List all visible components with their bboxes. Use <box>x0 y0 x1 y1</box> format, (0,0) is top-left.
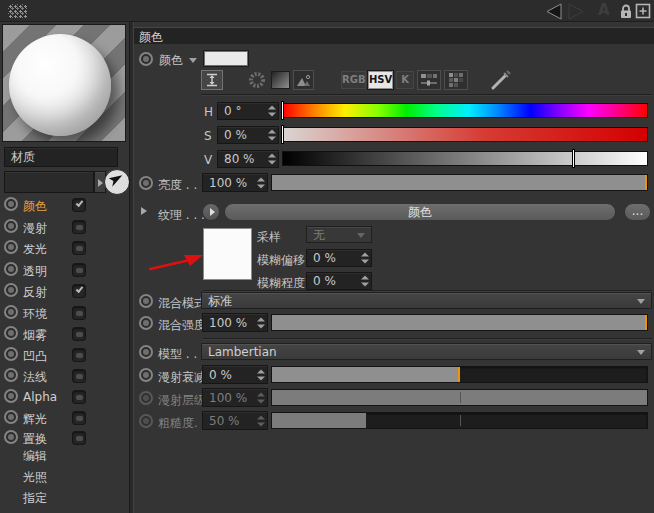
channel-radio-icon[interactable] <box>4 326 18 340</box>
channel-checkbox[interactable] <box>72 241 86 255</box>
mix-strength-input[interactable]: 100 % <box>202 313 268 332</box>
mode-rgb-button[interactable]: RGB <box>341 71 366 89</box>
sidebar-item-displacement[interactable]: 置换 <box>0 430 129 448</box>
mixer-mode-button[interactable] <box>417 70 441 90</box>
texture-shader-menu-button[interactable] <box>202 203 220 221</box>
texture-preview-swatch[interactable] <box>203 228 252 280</box>
material-name-field[interactable]: 材质 <box>4 147 118 167</box>
channel-radio-icon[interactable] <box>4 368 18 382</box>
channel-label[interactable]: 法线 <box>23 369 47 386</box>
color-swatch[interactable] <box>203 50 249 67</box>
brightness-slider[interactable] <box>271 174 648 191</box>
diffuse-falloff-radio-icon[interactable] <box>139 368 153 382</box>
sidebar-item-editor[interactable]: 编辑 <box>0 447 129 465</box>
channel-radio-icon[interactable] <box>4 283 18 297</box>
channel-label[interactable]: 透明 <box>23 263 47 280</box>
slider-handle[interactable] <box>645 175 647 190</box>
sidebar-item-glow[interactable]: 辉光 <box>0 410 129 428</box>
swatches-mode-button[interactable] <box>444 70 468 90</box>
spinner-arrows-icon[interactable] <box>267 154 275 165</box>
channel-radio-icon[interactable] <box>4 262 18 276</box>
sidebar-item-normal[interactable]: 法线 <box>0 368 129 386</box>
channel-label[interactable]: 辉光 <box>23 411 47 428</box>
lock-icon[interactable] <box>618 3 634 19</box>
pick-material-button[interactable] <box>104 169 130 195</box>
diffuse-falloff-slider[interactable] <box>271 366 648 383</box>
channel-radio-icon[interactable] <box>4 410 18 424</box>
channel-label[interactable]: 颜色 <box>23 198 47 215</box>
saturation-input[interactable]: 0 % <box>217 126 279 144</box>
channel-checkbox[interactable] <box>72 411 86 425</box>
model-radio-icon[interactable] <box>139 345 153 359</box>
sidebar-item-assign[interactable]: 指定 <box>0 489 129 507</box>
diffuse-falloff-input[interactable]: 0 % <box>202 365 268 384</box>
channel-checkbox[interactable] <box>72 431 86 445</box>
channel-label[interactable]: 置换 <box>23 431 47 448</box>
sidebar-item-transparency[interactable]: 透明 <box>0 262 129 280</box>
channel-checkbox[interactable] <box>72 390 86 404</box>
spinner-arrows-icon[interactable] <box>267 130 275 141</box>
channel-radio-icon[interactable] <box>4 305 18 319</box>
channel-checkbox[interactable] <box>72 306 86 320</box>
sidebar-item-environment[interactable]: 环境 <box>0 305 129 323</box>
brightness-radio-icon[interactable] <box>139 176 153 190</box>
history-back-icon[interactable] <box>544 3 565 20</box>
spinner-arrows-icon[interactable] <box>267 106 275 117</box>
channel-checkbox[interactable] <box>72 198 86 212</box>
history-forward-icon[interactable] <box>565 3 586 20</box>
value-marker[interactable] <box>572 149 575 168</box>
sidebar-item-alpha[interactable]: Alpha <box>0 389 129 407</box>
channel-checkbox[interactable] <box>72 220 86 234</box>
spinner-arrows-icon[interactable] <box>360 276 368 287</box>
channel-radio-icon[interactable] <box>4 219 18 233</box>
channel-label[interactable]: 环境 <box>23 306 47 323</box>
brightness-input[interactable]: 100 % <box>202 173 268 192</box>
texture-shader-button[interactable]: 颜色 <box>224 203 616 221</box>
sidebar-item-luminance[interactable]: 发光 <box>0 240 129 258</box>
spinner-arrows-icon[interactable] <box>360 253 368 264</box>
spinner-arrows-icon[interactable] <box>256 177 264 188</box>
color-wheel-button[interactable] <box>246 70 267 90</box>
mix-mode-dropdown[interactable]: 标准 <box>201 292 652 309</box>
add-panel-icon[interactable] <box>635 3 651 19</box>
channel-radio-icon[interactable] <box>4 389 18 403</box>
compact-mode-button[interactable] <box>201 70 223 90</box>
sidebar-item-fog[interactable]: 烟雾 <box>0 326 129 344</box>
material-preview[interactable] <box>2 24 126 142</box>
channel-checkbox[interactable] <box>72 284 86 298</box>
roughness-radio-icon[interactable] <box>139 414 153 428</box>
mix-mode-radio-icon[interactable] <box>139 294 153 308</box>
channel-radio-icon[interactable] <box>4 430 18 444</box>
slider-handle[interactable] <box>458 367 460 382</box>
action-label[interactable]: 指定 <box>23 490 47 507</box>
sidebar-item-illumination[interactable]: 光照 <box>0 468 129 486</box>
channel-radio-icon[interactable] <box>4 240 18 254</box>
channel-label[interactable]: 凹凸 <box>23 348 47 365</box>
sampling-dropdown[interactable]: 无 <box>306 226 372 243</box>
spectrum-picker-button[interactable] <box>271 71 290 89</box>
channel-checkbox[interactable] <box>72 369 86 383</box>
color-channel-radio-icon[interactable] <box>139 52 153 66</box>
model-dropdown[interactable]: Lambertian <box>201 343 652 360</box>
channel-label[interactable]: 漫射 <box>23 220 47 237</box>
sidebar-item-bump[interactable]: 凹凸 <box>0 347 129 365</box>
blur-offset-input[interactable]: 0 % <box>306 249 372 267</box>
hue-input[interactable]: 0 ° <box>217 102 279 120</box>
image-picker-button[interactable] <box>293 70 314 90</box>
channel-checkbox[interactable] <box>72 327 86 341</box>
texture-expander-icon[interactable] <box>141 207 147 215</box>
sidebar-item-reflectance[interactable]: 反射 <box>0 283 129 301</box>
channel-label[interactable]: Alpha <box>23 390 57 404</box>
hue-marker[interactable] <box>281 101 284 120</box>
spinner-arrows-icon[interactable] <box>256 317 264 328</box>
mode-k-button[interactable]: K <box>396 71 414 89</box>
animation-mode-icon[interactable]: A <box>598 1 610 19</box>
mode-hsv-button[interactable]: HSV <box>368 71 393 89</box>
channel-checkbox[interactable] <box>72 263 86 277</box>
channel-radio-icon[interactable] <box>4 197 18 211</box>
channel-label[interactable]: 发光 <box>23 241 47 258</box>
diffuse-level-radio-icon[interactable] <box>139 391 153 405</box>
hue-gradient-slider[interactable] <box>282 103 648 118</box>
channel-checkbox[interactable] <box>72 348 86 362</box>
eyedropper-button[interactable] <box>487 68 515 92</box>
